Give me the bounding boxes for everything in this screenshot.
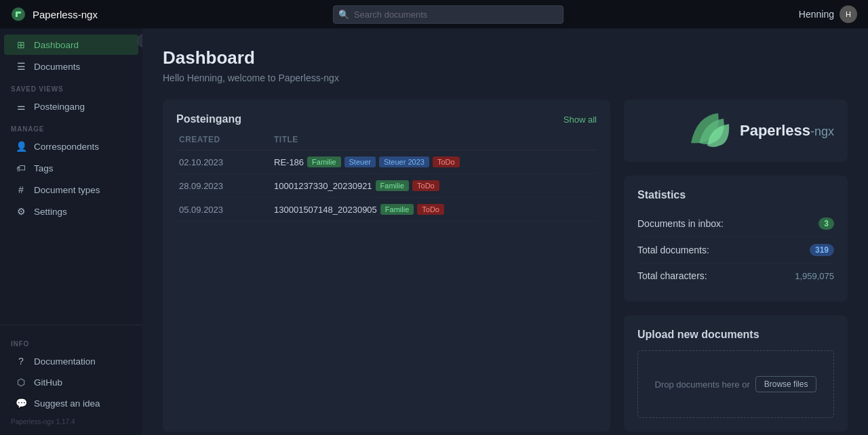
sidebar-item-label: GitHub — [34, 377, 62, 388]
stat-value-total: 319 — [810, 244, 834, 256]
logo-text: Paperless — [740, 122, 810, 139]
tags-icon: 🏷 — [15, 163, 27, 173]
col-title-header: Title — [274, 135, 594, 144]
tag-todo: ToDo — [433, 157, 460, 167]
saved-views-section-label: Saved Views — [0, 77, 142, 96]
paperless-logo: Paperless-ngx — [680, 110, 834, 151]
table-row[interactable]: 02.10.2023 RE-186 Familie Steuer Steuer … — [176, 150, 597, 174]
sidebar-item-label: Suggest an idea — [34, 398, 100, 409]
topbar-left: Paperless-ngx — [11, 7, 98, 22]
sidebar: ‹ ⊞ Dashboard ☰ Documents Saved Views ⚌ … — [0, 28, 142, 435]
col-created-header: Created — [179, 135, 274, 144]
topbar: Paperless-ngx 🔍 Henning H — [0, 0, 868, 28]
row-title: 130001507148_20230905 Familie ToDo — [274, 204, 594, 215]
sidebar-item-label: Posteingang — [34, 102, 85, 112]
logo-card: Paperless-ngx — [624, 100, 848, 162]
table-header: Created Title — [176, 135, 597, 150]
logo-subtext: -ngx — [810, 125, 834, 138]
sidebar-item-dashboard[interactable]: ⊞ Dashboard — [4, 35, 138, 55]
correspondents-icon: 👤 — [15, 141, 27, 152]
row-date: 05.09.2023 — [179, 205, 274, 215]
svg-point-0 — [12, 7, 25, 21]
sidebar-item-suggest[interactable]: 💬 Suggest an idea — [4, 393, 138, 413]
posteingang-icon: ⚌ — [15, 101, 27, 112]
sidebar-item-documents[interactable]: ☰ Documents — [4, 56, 138, 77]
sidebar-item-settings[interactable]: ⚙ Settings — [4, 201, 138, 222]
tag-familie: Familie — [307, 157, 340, 167]
statistics-header: Statistics — [637, 189, 834, 201]
content-area: Dashboard Hello Henning, welcome to Pape… — [142, 28, 868, 435]
sidebar-item-document-types[interactable]: # Document types — [4, 180, 138, 200]
sidebar-item-correspondents[interactable]: 👤 Correspondents — [4, 136, 138, 157]
stat-row-total: Total documents: 319 — [637, 237, 834, 264]
sidebar-item-label: Document types — [34, 185, 100, 195]
upload-dropzone[interactable]: Drop documents here or Browse files — [637, 350, 834, 418]
sidebar-item-label: Dashboard — [34, 40, 79, 50]
tag-steuer: Steuer — [344, 157, 376, 167]
row-date: 28.09.2023 — [179, 181, 274, 191]
sidebar-item-label: Correspondents — [34, 142, 99, 152]
settings-icon: ⚙ — [15, 206, 27, 217]
drop-text: Drop documents here or — [655, 379, 750, 390]
sidebar-item-posteingang[interactable]: ⚌ Posteingang — [4, 96, 138, 117]
sidebar-item-tags[interactable]: 🏷 Tags — [4, 158, 138, 178]
upload-header: Upload new documents — [637, 329, 834, 341]
browse-files-button[interactable]: Browse files — [755, 376, 817, 392]
stat-row-chars: Total characters: 1,959,075 — [637, 264, 834, 288]
username-label: Henning — [799, 9, 834, 20]
stat-label: Total characters: — [637, 270, 707, 281]
dashboard-icon: ⊞ — [15, 39, 27, 50]
stat-value-inbox: 3 — [818, 218, 834, 230]
leaf-icon — [680, 110, 734, 151]
sidebar-footer: Info ? Documentation ⬡ GitHub 💬 Suggest … — [0, 325, 142, 430]
manage-section-label: Manage — [0, 117, 142, 136]
right-column: Paperless-ngx Statistics Documents in in… — [624, 100, 848, 432]
suggest-icon: 💬 — [15, 398, 27, 409]
tag-todo: ToDo — [417, 204, 444, 215]
sidebar-version: Paperless-ngx 1.17.4 — [0, 414, 142, 430]
sidebar-item-documentation[interactable]: ? Documentation — [4, 351, 138, 371]
stat-row-inbox: Documents in inbox: 3 — [637, 211, 834, 237]
sidebar-item-label: Settings — [34, 207, 67, 217]
avatar[interactable]: H — [840, 5, 857, 23]
info-section-label: Info — [0, 332, 142, 350]
table-row[interactable]: 05.09.2023 130001507148_20230905 Familie… — [176, 198, 597, 222]
upload-title: Upload new documents — [637, 329, 760, 341]
posteingang-card: Posteingang Show all Created Title 02.10… — [163, 100, 610, 432]
page-title: Dashboard — [163, 47, 848, 68]
app-logo-icon — [11, 7, 26, 22]
sidebar-item-github[interactable]: ⬡ GitHub — [4, 372, 138, 392]
tag-familie: Familie — [380, 204, 414, 215]
sidebar-item-label: Tags — [34, 163, 54, 173]
stat-label: Total documents: — [637, 245, 709, 255]
documents-icon: ☰ — [15, 61, 27, 72]
tag-familie: Familie — [376, 180, 409, 191]
tag-steuer-2023: Steuer 2023 — [379, 157, 429, 167]
dashboard-grid: Posteingang Show all Created Title 02.10… — [163, 100, 848, 432]
statistics-card: Statistics Documents in inbox: 3 Total d… — [624, 175, 848, 302]
sidebar-item-label: Documents — [34, 62, 80, 72]
posteingang-title: Posteingang — [176, 113, 241, 125]
app-name: Paperless-ngx — [33, 9, 98, 20]
search-bar[interactable]: 🔍 — [333, 5, 564, 24]
github-icon: ⬡ — [15, 377, 27, 388]
topbar-right: Henning H — [799, 5, 857, 23]
page-subtitle: Hello Henning, welcome to Paperless-ngx — [163, 72, 848, 83]
row-title: RE-186 Familie Steuer Steuer 2023 ToDo — [274, 157, 594, 167]
search-icon: 🔍 — [338, 9, 349, 20]
show-all-link[interactable]: Show all — [564, 115, 597, 125]
document-types-icon: # — [15, 184, 27, 195]
upload-card: Upload new documents Drop documents here… — [624, 315, 848, 432]
stat-label: Documents in inbox: — [637, 218, 724, 229]
posteingang-header: Posteingang Show all — [176, 113, 597, 125]
sidebar-item-label: Documentation — [34, 356, 96, 367]
documentation-icon: ? — [15, 356, 27, 367]
table-row[interactable]: 28.09.2023 10001237330_20230921 Familie … — [176, 174, 597, 198]
row-date: 02.10.2023 — [179, 157, 274, 167]
main-layout: ‹ ⊞ Dashboard ☰ Documents Saved Views ⚌ … — [0, 28, 868, 435]
statistics-title: Statistics — [637, 189, 686, 201]
tag-todo: ToDo — [412, 180, 439, 191]
stat-value-chars: 1,959,075 — [795, 271, 834, 281]
row-title: 10001237330_20230921 Familie ToDo — [274, 180, 594, 191]
search-input[interactable] — [333, 5, 564, 24]
